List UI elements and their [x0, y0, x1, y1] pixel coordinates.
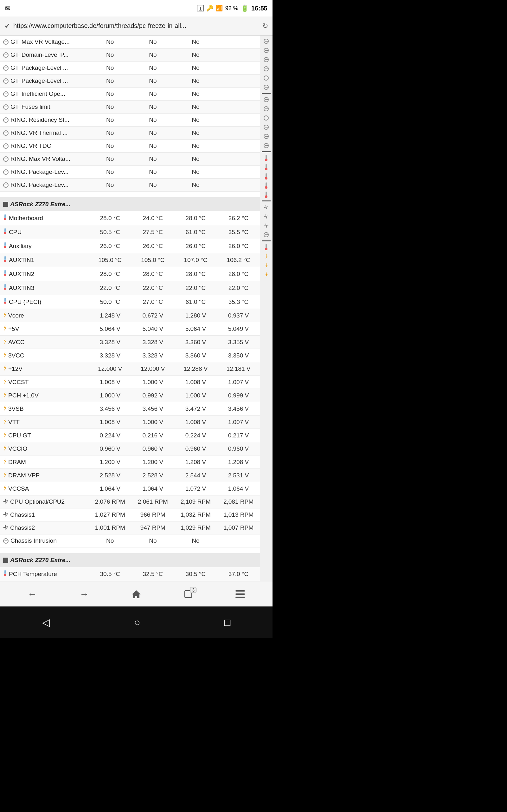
col1-cell: No [89, 74, 131, 88]
col2-cell: No [131, 165, 174, 179]
col4-cell: 106.2 °C [217, 253, 260, 267]
table-row: PCH Temperature 30.5 °C 32.5 °C 30.5 °C … [0, 567, 260, 581]
label-cell: CPU Optional/CPU2 [0, 496, 89, 508]
table-row: PCH +1.0V 1.000 V 0.992 V 1.000 V 0.999 … [0, 389, 260, 402]
label-cell: CPU GT [0, 429, 89, 442]
table-row: Motherboard 28.0 °C 24.0 °C 28.0 °C 26.2… [0, 211, 260, 225]
table-row: GT: Domain-Level P... No No No [0, 49, 260, 61]
label-cell: Vcore [0, 309, 89, 322]
row-label-text: AVCC [8, 339, 24, 346]
bolt-icon [3, 485, 6, 492]
back-system-button[interactable]: ◁ [42, 616, 50, 628]
col3-cell: 12.288 V [174, 362, 217, 375]
svg-rect-41 [266, 155, 267, 159]
col2-cell: 26.0 °C [131, 239, 174, 253]
label-cell: AUXTIN3 [0, 281, 89, 295]
minus-icon [3, 143, 9, 149]
minus-icon [3, 538, 9, 544]
col3-cell: 107.0 °C [174, 253, 217, 267]
menu-button[interactable] [231, 585, 250, 604]
label-cell: VTT [0, 415, 89, 429]
sidebar-temp-2 [262, 163, 271, 171]
label-cell: Chassis2 [0, 521, 89, 535]
col4-cell: 0.217 V [217, 429, 260, 442]
svg-marker-57 [266, 263, 268, 268]
label-cell: PCH Temperature [0, 567, 89, 581]
minus-icon [3, 104, 9, 110]
home-button[interactable] [127, 585, 146, 604]
col4-cell-empty [217, 179, 260, 192]
forward-button[interactable]: → [75, 585, 94, 604]
sidebar-fan-3 [262, 221, 271, 230]
row-label-text: GT: Max VR Voltage... [10, 38, 70, 45]
col1-cell: No [89, 165, 131, 179]
svg-marker-34 [4, 485, 6, 491]
sidebar-indicator-minus [262, 230, 271, 239]
label-cell: 3VCC [0, 349, 89, 362]
bolt-icon [3, 392, 6, 399]
label-cell: VCCSA [0, 482, 89, 496]
col3-cell: No [174, 61, 217, 74]
minus-icon [3, 169, 9, 175]
svg-point-55 [265, 248, 268, 250]
tabs-button[interactable]: 3 [179, 585, 198, 604]
col2-cell: 27.5 °C [131, 225, 174, 239]
bolt-icon [3, 365, 6, 372]
svg-point-10 [4, 260, 6, 262]
col1-cell: No [89, 88, 131, 101]
right-sidebar[interactable] [260, 36, 273, 581]
home-system-button[interactable]: ○ [134, 617, 140, 628]
col1-cell: No [89, 113, 131, 126]
reload-icon[interactable]: ↻ [262, 22, 268, 30]
status-bar: ✉ ◫ 🔑 📶 92 % 🔋 16:55 [0, 0, 273, 16]
col4-cell: 37.0 °C [217, 567, 260, 581]
table-row: AUXTIN2 28.0 °C 28.0 °C 28.0 °C 28.0 °C [0, 267, 260, 281]
col4-cell-empty [217, 165, 260, 179]
row-label-text: AUXTIN1 [9, 257, 34, 264]
label-cell: RING: Residency St... [0, 113, 89, 126]
col4-cell: 1.208 V [217, 455, 260, 469]
col3-cell: No [174, 88, 217, 101]
row-label-text: PCH +1.0V [8, 392, 39, 399]
col3-cell: 28.0 °C [174, 267, 217, 281]
scroll-indicator-2 [262, 46, 271, 55]
table-row: +5V 5.064 V 5.040 V 5.064 V 5.049 V [0, 322, 260, 336]
row-label-text: VCCST [8, 379, 29, 386]
back-button[interactable]: ← [23, 585, 42, 604]
row-label-text: Chassis1 [10, 511, 35, 518]
sidebar-divider-3 [262, 200, 271, 201]
label-cell: RING: Package-Lev... [0, 179, 89, 192]
scroll-indicator-6 [262, 83, 271, 92]
col1-cell: 5.064 V [89, 322, 131, 336]
recents-system-button[interactable]: □ [224, 617, 230, 628]
table-row: Chassis2 1,001 RPM 947 RPM 1,029 RPM 1,0… [0, 521, 260, 535]
svg-marker-30 [4, 432, 6, 438]
scroll-indicator-8 [262, 104, 271, 113]
temp-icon [3, 270, 7, 278]
col1-cell: 3.328 V [89, 336, 131, 349]
col4-cell: 1.007 V [217, 415, 260, 429]
bolt-icon [3, 418, 6, 426]
col4-cell: 26.2 °C [217, 211, 260, 225]
temp-icon [3, 228, 7, 236]
svg-point-13 [4, 274, 6, 276]
label-cell: 3VSB [0, 402, 89, 415]
col2-cell: 22.0 °C [131, 281, 174, 295]
col1-cell: No [89, 140, 131, 153]
url-text[interactable]: https://www.computerbase.de/forum/thread… [13, 22, 259, 30]
temp-icon [3, 298, 7, 306]
col2-cell: 5.040 V [131, 322, 174, 336]
svg-marker-33 [4, 472, 6, 477]
col1-cell: No [89, 126, 131, 140]
svg-marker-59 [132, 590, 141, 598]
table-row: RING: VR TDC No No No [0, 140, 260, 153]
temp-icon [3, 284, 7, 292]
table-row: CPU (PECI) 50.0 °C 27.0 °C 61.0 °C 35.3 … [0, 295, 260, 309]
svg-marker-25 [4, 365, 6, 371]
col4-cell: 3.350 V [217, 349, 260, 362]
svg-rect-54 [266, 244, 267, 248]
row-label-text: 3VCC [8, 352, 24, 359]
col3-cell: No [174, 101, 217, 113]
table-wrapper: GT: Max VR Voltage... No No No GT: Domai… [0, 36, 260, 581]
col3-cell: 1.072 V [174, 482, 217, 496]
